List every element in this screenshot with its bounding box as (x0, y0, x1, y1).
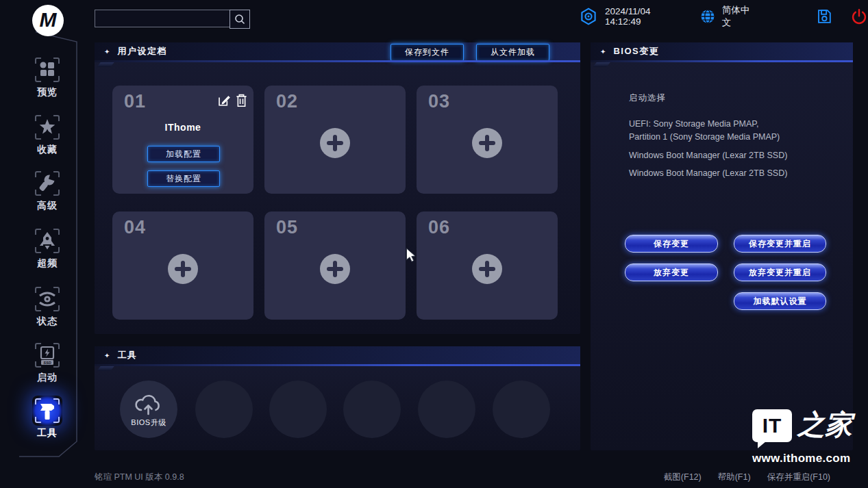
sidebar-item-preview[interactable]: 预览 (23, 55, 71, 99)
power-button[interactable] (850, 8, 868, 25)
language-button[interactable] (699, 8, 716, 25)
user-profiles-title: 用户设定档 (117, 45, 167, 57)
plus-icon[interactable] (472, 254, 502, 284)
save-profile-button[interactable] (816, 8, 832, 25)
search-bar (95, 10, 250, 29)
hammer-icon (32, 396, 62, 426)
tools-header: ✦ 工具 (95, 346, 580, 364)
profile-slot-2: 02 (264, 86, 406, 194)
datetime-text: 2024/11/04 14:12:49 (605, 6, 669, 27)
trash-icon[interactable] (235, 93, 249, 107)
screenshot-hint: 截图(F12) (664, 472, 702, 483)
boot-option: Windows Boot Manager (Lexar 2TB SSD) (629, 149, 834, 162)
plus-icon[interactable] (472, 128, 502, 158)
settings-hex-icon (579, 7, 598, 26)
diamond-icon: ✦ (104, 48, 110, 55)
sidebar-item-status[interactable]: 状态 (23, 284, 71, 328)
help-hint: 帮助(F1) (718, 472, 751, 483)
slot-number: 06 (428, 217, 450, 238)
star-icon (32, 112, 62, 142)
sidebar-label: 收藏 (37, 144, 58, 156)
bios-changes-header: ✦ BIOS变更 (591, 42, 853, 60)
slot-number: 01 (124, 91, 146, 112)
logo-letter: M (40, 8, 57, 31)
ithome-logo-text: IT (762, 414, 782, 437)
sidebar-item-boot[interactable]: SSD 启动 (23, 340, 71, 384)
language-label[interactable]: 简体中文 (722, 4, 750, 29)
profile-slot-3: 03 (417, 86, 558, 194)
status-icon (32, 284, 62, 314)
profile-name: IThome (112, 122, 253, 133)
search-icon (234, 13, 246, 25)
settings-button[interactable] (579, 7, 598, 26)
bios-app: M 2024/11/04 14:12:49 简体中文 (0, 0, 868, 488)
maxsun-logo: M (32, 5, 64, 36)
save-to-file-button[interactable]: 保存到文件 (390, 44, 464, 61)
svg-text:SSD: SSD (43, 361, 51, 365)
save-changes-restart-button[interactable]: 保存变更并重启 (734, 235, 826, 253)
slot-number: 02 (276, 91, 298, 112)
tools-title: 工具 (117, 349, 137, 361)
sidebar-label: 高级 (37, 200, 58, 212)
topbar-right: 2024/11/04 14:12:49 简体中文 (579, 0, 868, 33)
globe-icon (699, 8, 716, 25)
profile-slot-4: 04 (112, 211, 253, 320)
rocket-icon (32, 226, 62, 256)
grid-icon (32, 55, 62, 85)
sidebar-label: 状态 (37, 316, 58, 328)
empty-tool-slot (418, 381, 475, 438)
profile-slot-5: 05 (264, 211, 406, 320)
replace-config-button[interactable]: 替换配置 (147, 170, 220, 187)
search-input[interactable] (95, 10, 230, 27)
save-changes-button[interactable]: 保存变更 (625, 235, 718, 253)
bios-upgrade-tool[interactable]: BIOS升级 (120, 381, 177, 438)
user-profiles-header: ✦ 用户设定档 保存到文件 从文件加载 (95, 42, 580, 60)
ithome-logo-box: IT (752, 409, 792, 442)
ithome-url: www.ithome.com (752, 452, 855, 465)
edit-icon[interactable] (216, 93, 231, 107)
save-icon (816, 8, 832, 25)
load-defaults-button[interactable]: 加载默认设置 (734, 292, 826, 310)
sidebar-item-favorites[interactable]: 收藏 (23, 112, 71, 156)
discard-changes-restart-button[interactable]: 放弃变更并重启 (734, 264, 826, 281)
power-icon (850, 8, 868, 25)
boot-option-list: UEFI: Sony Storage Media PMAP, Partition… (629, 118, 834, 185)
plus-icon[interactable] (320, 128, 350, 158)
sidebar-item-tools[interactable]: 工具 (23, 396, 71, 439)
save-restart-hint: 保存并重启(F10) (767, 472, 830, 483)
profile-slot-1: 01 IThome 加载配置 替换配置 (112, 86, 253, 194)
load-config-button[interactable]: 加载配置 (147, 146, 220, 162)
empty-tool-slot (269, 381, 327, 438)
empty-tool-slot (493, 381, 550, 438)
sidebar-item-advanced[interactable]: 高级 (23, 168, 71, 212)
slot-number: 04 (124, 217, 146, 238)
bios-changes-title: BIOS变更 (613, 45, 659, 57)
profile-slot-6: 06 (417, 211, 558, 320)
ithome-logo-suffix: 之家 (797, 409, 852, 439)
search-button[interactable] (230, 10, 250, 29)
user-profiles-panel: ✦ 用户设定档 保存到文件 从文件加载 01 I (95, 42, 580, 334)
cloud-upload-icon (133, 391, 164, 416)
sidebar-item-overclock[interactable]: 超频 (23, 226, 71, 270)
tools-panel: ✦ 工具 BIOS升级 (95, 346, 580, 450)
bios-changes-panel: ✦ BIOS变更 启动选择 UEFI: Sony Storage Media P… (591, 42, 853, 450)
sidebar-label: 预览 (37, 86, 58, 99)
version-text: 铭瑄 PTM UI 版本 0.9.8 (95, 472, 184, 483)
sidebar-label: 启动 (37, 372, 58, 384)
hotkey-hints: 截图(F12) 帮助(F1) 保存并重启(F10) (664, 472, 830, 483)
ithome-logo: IT 之家 (752, 409, 855, 442)
slot-number: 05 (276, 217, 298, 238)
tool-label: BIOS升级 (131, 418, 166, 428)
slot-number: 03 (428, 91, 450, 112)
ithome-watermark: IT 之家 www.ithome.com (752, 409, 855, 465)
plus-icon[interactable] (168, 254, 198, 284)
diamond-icon: ✦ (104, 352, 110, 359)
empty-tool-slot (195, 381, 253, 438)
sidebar-label: 工具 (37, 427, 58, 439)
empty-tool-slot (343, 381, 401, 438)
sidebar-label: 超频 (37, 257, 58, 270)
discard-changes-button[interactable]: 放弃变更 (625, 264, 718, 281)
plus-icon[interactable] (320, 254, 350, 284)
load-from-file-button[interactable]: 从文件加载 (476, 44, 549, 61)
boot-option: Windows Boot Manager (Lexar 2TB SSD) (629, 167, 834, 180)
